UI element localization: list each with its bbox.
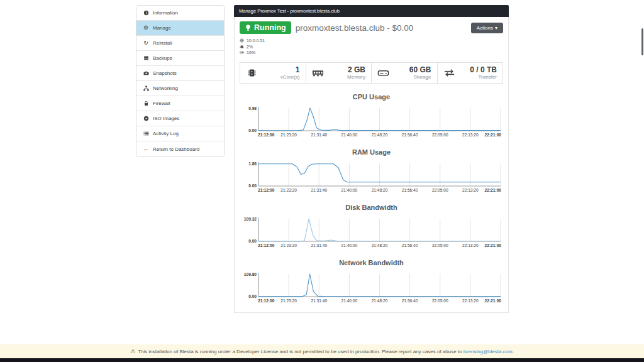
svg-text:21:40:00: 21:40:00 [341,188,358,192]
cpu-usage-percent: 2% [247,44,253,50]
svg-text:21:31:40: 21:31:40 [311,299,327,303]
hard-drive-icon [377,68,390,78]
cpu-usage-chart: 21:12:0021:23:2021:31:4021:40:0021:48:20… [240,105,504,139]
cpu-usage-line: 2% [240,44,503,50]
sidebar-item-reinstall[interactable]: ↻ Reinstall [136,36,224,51]
svg-text:1.86: 1.86 [248,161,257,165]
sidebar-item-information[interactable]: Information [136,6,224,21]
svg-text:21:31:40: 21:31:40 [311,133,327,137]
svg-text:21:23:20: 21:23:20 [280,188,297,192]
svg-text:0.98: 0.98 [248,106,257,110]
disc-icon [143,116,149,121]
svg-text:109.32: 109.32 [244,216,257,221]
sidebar-item-manage[interactable]: ⚙ Manage [136,21,224,36]
panel-title: Manage Proxmox Test - proxmoxtest.blesta… [234,5,509,17]
chart-title-network: Network Bandwidth [240,259,503,266]
memory-usage-percent: 16% [247,50,255,56]
svg-text:21:48:20: 21:48:20 [372,299,388,303]
svg-text:21:31:40: 21:31:40 [311,188,327,192]
caret-down-icon: ▾ [495,25,497,31]
sidebar-item-backups[interactable]: Backups [136,51,224,66]
ip-address: 10.0.0.51 [247,38,265,44]
ram-usage-chart-block: RAM Usage 21:12:0021:23:2021:31:4021:40:… [240,148,503,194]
stat-transfer: 0 / 0 TB Transfer [438,63,503,83]
svg-text:21:48:20: 21:48:20 [372,243,388,248]
sync-icon: ↻ [143,40,149,46]
svg-text:22:21:00: 22:21:00 [485,188,502,192]
svg-text:0.00: 0.00 [248,239,257,243]
list-icon [143,131,149,136]
disk-bandwidth-chart: 21:12:0021:23:2021:31:4021:40:0021:48:20… [240,216,504,250]
manage-panel: Manage Proxmox Test - proxmoxtest.blesta… [234,5,509,313]
stat-value: 1 [280,66,300,74]
svg-text:21:56:40: 21:56:40 [402,243,418,248]
sidebar-item-iso-images[interactable]: ISO Images [136,111,224,126]
svg-text:21:23:20: 21:23:20 [280,299,297,303]
service-header: Running proxmoxtest.blesta.club - $0.00 … [240,21,503,34]
chart-title-ram: RAM Usage [240,148,503,156]
svg-text:22:21:00: 22:21:00 [485,133,502,137]
cpu-icon [246,68,258,78]
chart-title-cpu: CPU Usage [240,93,503,101]
chart-svg: 21:12:0021:23:2021:31:4021:40:0021:48:20… [240,160,504,194]
svg-text:21:56:40: 21:56:40 [402,133,418,137]
licensing-email-link[interactable]: licensing@blesta.com [464,349,513,354]
stat-vcores: 1 vCore(s) [240,63,306,83]
stat-memory: 2 GB Memory [306,63,372,83]
svg-text:0.00: 0.00 [248,184,257,188]
microchip-icon [240,45,244,49]
chart-svg: 21:12:0021:23:2021:31:4021:40:0021:48:20… [240,105,504,139]
stat-value: 60 GB [409,66,431,74]
globe-icon [240,38,244,43]
sidebar-item-activity-log[interactable]: Activity Log [136,126,224,141]
stat-label: vCore(s) [280,74,300,80]
svg-text:22:13:20: 22:13:20 [462,133,479,137]
memory-icon [240,50,244,55]
svg-text:21:56:40: 21:56:40 [402,188,418,192]
svg-text:21:12:00: 21:12:00 [258,188,275,192]
server-icon [143,55,149,61]
license-warning-text: This installation of Blesta is running u… [138,349,514,354]
warning-icon: ⚠ [130,348,135,354]
sidebar-item-firewall[interactable]: Firewall [136,96,224,111]
sitemap-icon [143,85,149,91]
svg-text:22:05:00: 22:05:00 [432,299,448,303]
transfer-arrows-icon [443,68,456,78]
service-info-list: 10.0.0.51 2% 16% [240,38,503,56]
sidebar-item-return-to-dashboard[interactable]: ← Return to Dashboard [136,141,224,156]
chart-title-disk: Disk Bandwidth [240,204,503,211]
svg-text:21:23:20: 21:23:20 [280,243,297,248]
svg-text:21:48:20: 21:48:20 [372,188,388,192]
svg-text:0.00: 0.00 [248,128,257,133]
gear-icon: ⚙ [143,25,149,31]
status-badge: Running [240,21,291,34]
chart-svg: 21:12:0021:23:2021:31:4021:40:0021:48:20… [240,216,504,250]
vertical-scrollbar-thumb[interactable] [641,28,643,55]
svg-text:22:05:00: 22:05:00 [432,188,448,192]
panel-body: Running proxmoxtest.blesta.club - $0.00 … [234,17,509,313]
memory-icon [312,68,325,78]
stat-storage: 60 GB Storage [372,63,438,83]
sidebar-item-label: Manage [153,25,171,31]
svg-text:21:12:00: 21:12:00 [258,133,275,137]
actions-button[interactable]: Actions ▾ [471,23,503,33]
stat-value: 2 GB [347,66,365,74]
svg-text:22:13:20: 22:13:20 [462,299,479,303]
ip-address-line: 10.0.0.51 [240,38,503,44]
lock-icon [143,101,149,106]
sidebar-item-networking[interactable]: Networking [136,81,224,96]
license-warning-bar: ⚠ This installation of Blesta is running… [0,344,644,358]
svg-text:21:23:20: 21:23:20 [280,133,297,137]
svg-text:22:13:20: 22:13:20 [462,188,479,192]
svg-text:22:05:00: 22:05:00 [432,133,448,137]
sidebar-item-label: Return to Dashboard [153,146,199,152]
network-bandwidth-chart-block: Network Bandwidth 21:12:0021:23:2021:31:… [240,259,503,305]
svg-text:21:31:40: 21:31:40 [311,243,327,248]
sidebar-item-label: Backups [153,55,172,61]
service-sidebar: Information ⚙ Manage ↻ Reinstall Backups… [136,5,225,157]
sidebar-item-label: ISO Images [153,116,179,121]
resource-stats-row: 1 vCore(s) 2 GB Memory 60 GB Storage [240,62,503,84]
sidebar-item-snapshots[interactable]: Snapshots [136,66,224,81]
svg-text:21:40:00: 21:40:00 [341,299,358,303]
stat-value: 0 / 0 TB [470,66,497,74]
